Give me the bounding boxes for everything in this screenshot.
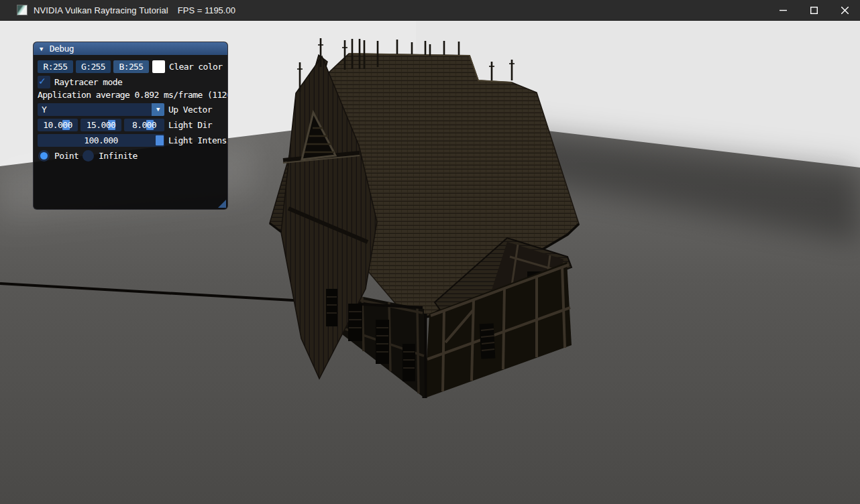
debug-panel: ▼ Debug R:255 G:255 B:255 Clear color ✓ … [33,42,228,210]
checkmark-icon: ✓ [39,74,45,87]
light-dir-y-slider[interactable]: 15.000 [80,119,121,131]
radio-infinite-label: Infinite [99,149,138,162]
clear-color-label: Clear color [169,60,223,73]
light-intensity-slider[interactable]: 100.000 [38,134,164,147]
up-vector-label: Up Vector [168,103,212,116]
radio-point-label: Point [54,149,78,162]
app-window: NVIDIA Vulkan Raytracing Tutorial FPS = … [0,0,860,504]
radio-point[interactable] [38,150,50,162]
debug-panel-header[interactable]: ▼ Debug [34,42,227,55]
light-intensity-label: Light Intensi [168,134,228,147]
app-icon [17,5,28,15]
light-dir-label: Light Dir [168,119,212,131]
fps-counter: FPS = 1195.00 [178,5,235,15]
close-icon [841,7,849,14]
clear-color-swatch[interactable] [152,60,165,73]
light-dir-y-value: 15.000 [87,120,115,130]
frame-stats-text: Application average 0.892 ms/frame (1120 [38,90,228,100]
g-value-button[interactable]: G:255 [76,60,111,73]
slider-grab[interactable] [156,135,164,145]
resize-grip[interactable] [218,200,226,208]
left-wall-window-1 [376,320,389,364]
gable-lower-window-1 [326,289,337,326]
raytracer-checkbox[interactable]: ✓ [38,76,50,88]
raytracer-checkbox-label: Raytracer mode [54,76,122,88]
minimize-icon [780,7,787,14]
light-dir-z-slider[interactable]: 8.000 [124,119,164,131]
light-intensity-value: 100.000 [84,135,118,145]
light-dir-x-value: 10.000 [43,120,72,130]
light-type-radios: Point Infinite [38,149,131,162]
chevron-down-icon[interactable]: ▼ [152,103,164,116]
maximize-button[interactable] [798,0,829,21]
title-bar[interactable]: NVIDIA Vulkan Raytracing Tutorial FPS = … [0,0,860,21]
left-wall-window-2 [402,344,415,381]
gable-lower-window-2 [348,304,362,341]
panel-title: Debug [50,44,74,54]
radio-infinite[interactable] [83,150,94,162]
collapse-arrow-icon[interactable]: ▼ [40,46,43,52]
b-value-button[interactable]: B:255 [113,60,149,73]
radio-selected-dot [40,152,48,160]
light-dir-x-slider[interactable]: 10.000 [38,119,78,131]
window-title: NVIDIA Vulkan Raytracing Tutorial [34,5,168,15]
up-vector-combo[interactable]: Y ▼ [38,103,164,116]
window-controls [767,0,860,21]
close-button[interactable] [829,0,860,21]
r-value-button[interactable]: R:255 [38,60,73,73]
maximize-icon [810,7,818,14]
up-vector-value: Y [38,105,46,115]
light-dir-z-value: 8.000 [132,120,156,130]
minimize-button[interactable] [767,0,798,21]
